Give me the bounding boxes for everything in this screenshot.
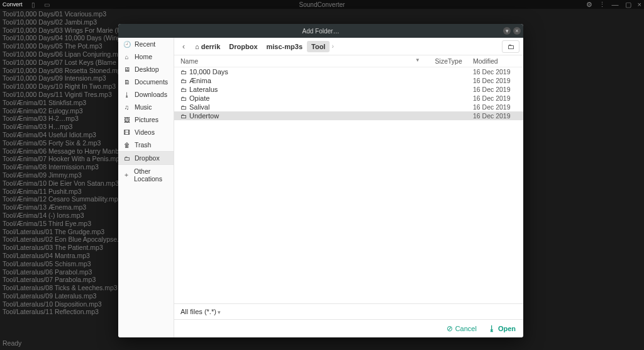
sidebar-item-label: Trash	[135, 141, 151, 149]
breadcrumb-tool[interactable]: Tool	[307, 41, 330, 52]
file-modified: 16 Dec 2019	[473, 103, 517, 111]
dialog-titlebar: Add Folder… ▾ ×	[118, 24, 523, 38]
path-bar: ‹ ⌂ derrikDropboxmisc-mp3sTool › 🗀	[174, 38, 523, 55]
app-toolbar-right: ⚙ ⋮ — ▢ ×	[586, 1, 641, 8]
new-folder-button[interactable]: 🗀	[502, 40, 519, 53]
sort-indicator-icon: ▼	[415, 57, 423, 65]
sidebar-item-label: Pictures	[135, 116, 158, 123]
folder-row[interactable]: 🗀Opiate16 Dec 2019	[174, 94, 523, 103]
add-folder-dialog: Add Folder… ▾ × 🕘Recent⌂Home🖥Desktop🗎Doc…	[118, 24, 523, 337]
sidebar-item-recent[interactable]: 🕘Recent	[118, 38, 174, 50]
file-name: Undertow	[189, 112, 423, 120]
folder-icon: 🗀	[180, 95, 189, 102]
file-browser: ‹ ⌂ derrikDropboxmisc-mp3sTool › 🗀 Name …	[174, 38, 523, 337]
dialog-down-icon[interactable]: ▾	[503, 27, 511, 35]
file-modified: 16 Dec 2019	[473, 86, 517, 93]
sidebar-item-dropbox[interactable]: 🗀Dropbox	[118, 152, 174, 164]
col-size[interactable]: Size	[423, 57, 448, 65]
file-modified: 16 Dec 2019	[473, 112, 517, 120]
sidebar-item-label: Recent	[135, 40, 155, 48]
sidebar-item-home[interactable]: ⌂Home	[118, 50, 174, 63]
file-list[interactable]: 🗀10,000 Days16 Dec 2019🗀Ænima16 Dec 2019…	[174, 67, 523, 303]
open-button[interactable]: ⭳ Open	[488, 324, 516, 333]
other-locations-icon: ＋	[123, 171, 130, 179]
sidebar-item-label: Dropbox	[135, 154, 160, 162]
sidebar-item-pictures[interactable]: 🖼Pictures	[118, 113, 174, 126]
column-headers[interactable]: Name ▼ Size Type Modified	[174, 55, 523, 67]
home-icon: ⌂	[195, 43, 199, 50]
dropbox-icon: 🗀	[123, 155, 130, 162]
file-modified: 16 Dec 2019	[473, 94, 517, 102]
file-name: Salival	[189, 103, 423, 111]
sidebar-item-label: Other Locations	[134, 167, 169, 183]
background-file-item[interactable]: Tool/10,000 Days/01 Vicarious.mp3	[3, 10, 641, 18]
pictures-icon: 🖼	[123, 116, 130, 123]
breadcrumb-dropbox[interactable]: Dropbox	[225, 41, 262, 52]
close-icon[interactable]: ×	[638, 1, 641, 8]
recent-icon: 🕘	[123, 41, 130, 48]
folder-icon: 🗀	[180, 113, 189, 120]
file-modified: 16 Dec 2019	[473, 68, 517, 76]
menu-icon[interactable]: ⋮	[599, 1, 606, 8]
sidebar-item-documents[interactable]: 🗎Documents	[118, 76, 174, 88]
file-name: Opiate	[189, 94, 423, 102]
sidebar-item-downloads[interactable]: ⭳Downloads	[118, 88, 174, 101]
folder-row[interactable]: 🗀Ænima16 Dec 2019	[174, 76, 523, 85]
sidebar-item-videos[interactable]: 🎞Videos	[118, 126, 174, 138]
trash-icon: 🗑	[123, 142, 130, 149]
sidebar-item-label: Videos	[135, 128, 155, 136]
gear-icon[interactable]: ⚙	[586, 1, 592, 8]
music-icon: ♫	[123, 104, 130, 111]
videos-icon: 🎞	[123, 129, 130, 136]
chevron-right-icon: ›	[331, 43, 334, 50]
folder-row[interactable]: 🗀10,000 Days16 Dec 2019	[174, 67, 523, 76]
sidebar-item-trash[interactable]: 🗑Trash	[118, 138, 174, 151]
app-titlebar: Convert ▯ ▭ SoundConverter ⚙ ⋮ — ▢ ×	[0, 0, 644, 9]
col-name[interactable]: Name	[180, 57, 415, 65]
status-text: Ready	[3, 339, 641, 349]
cancel-icon: ⊘	[447, 324, 453, 333]
app-title: SoundConverter	[299, 1, 345, 8]
nav-back-button[interactable]: ‹	[178, 42, 189, 51]
places-sidebar: 🕘Recent⌂Home🖥Desktop🗎Documents⭳Downloads…	[118, 38, 174, 337]
folder-icon: 🗀	[180, 77, 189, 84]
documents-icon: 🗎	[123, 79, 130, 86]
downloads-icon: ⭳	[123, 91, 130, 98]
dialog-close-icon[interactable]: ×	[513, 27, 521, 35]
folder-icon: 🗀	[180, 86, 189, 93]
sidebar-item-label: Desktop	[135, 65, 159, 73]
breadcrumb-misc-mp3s[interactable]: misc-mp3s	[262, 41, 307, 52]
sidebar-item-other-locations[interactable]: ＋Other Locations	[118, 165, 174, 185]
col-modified[interactable]: Modified	[473, 57, 517, 65]
folder-row[interactable]: 🗀Salival16 Dec 2019	[174, 103, 523, 111]
sidebar-item-label: Music	[135, 103, 152, 111]
app-toolbar-left: Convert ▯ ▭	[3, 1, 50, 8]
cancel-button[interactable]: ⊘ Cancel	[447, 324, 477, 333]
filter-row: All files (*.*)	[174, 303, 523, 319]
minimize-icon[interactable]: —	[612, 1, 619, 8]
sidebar-item-label: Documents	[135, 78, 168, 86]
breadcrumb-derrik[interactable]: ⌂ derrik	[191, 41, 225, 52]
folder-row[interactable]: 🗀Lateralus16 Dec 2019	[174, 85, 523, 94]
file-name: Ænima	[189, 77, 423, 84]
action-row: ⊘ Cancel ⭳ Open	[174, 319, 523, 337]
sidebar-item-music[interactable]: ♫Music	[118, 101, 174, 113]
open-icon: ⭳	[488, 324, 496, 333]
sidebar-item-label: Home	[135, 53, 152, 60]
home-icon: ⌂	[123, 54, 130, 60]
col-type[interactable]: Type	[448, 57, 473, 65]
dialog-title: Add Folder…	[303, 28, 340, 35]
folder-row[interactable]: 🗀Undertow16 Dec 2019	[174, 111, 523, 120]
convert-button[interactable]: Convert	[3, 1, 23, 8]
folder-icon: 🗀	[180, 69, 189, 76]
file-name: 10,000 Days	[189, 68, 423, 76]
file-filter-dropdown[interactable]: All files (*.*)	[180, 308, 221, 315]
sidebar-item-label: Downloads	[135, 91, 167, 98]
add-file-icon[interactable]: ▯	[31, 1, 35, 8]
desktop-icon: 🖥	[123, 66, 130, 73]
add-folder-icon[interactable]: ▭	[44, 1, 50, 8]
maximize-icon[interactable]: ▢	[625, 1, 631, 8]
sidebar-item-desktop[interactable]: 🖥Desktop	[118, 63, 174, 76]
file-modified: 16 Dec 2019	[473, 77, 517, 84]
folder-icon: 🗀	[180, 104, 189, 111]
